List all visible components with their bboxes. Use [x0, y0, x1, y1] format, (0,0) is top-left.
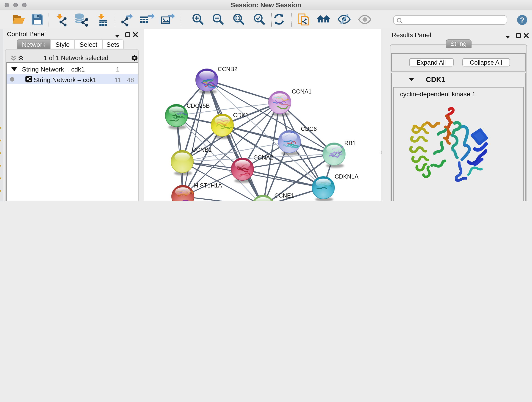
svg-text:?: ?: [520, 16, 525, 24]
svg-text:CDC25B: CDC25B: [187, 102, 210, 109]
svg-text:CDC6: CDC6: [301, 126, 317, 132]
svg-text:CDK1: CDK1: [233, 112, 249, 118]
svg-text:RB1: RB1: [344, 140, 356, 146]
svg-text:CCNE1: CCNE1: [274, 192, 294, 199]
svg-text:CCNB2: CCNB2: [218, 66, 238, 72]
svg-text:CCNB1: CCNB1: [192, 147, 212, 153]
svg-text:CCNA1: CCNA1: [292, 88, 312, 95]
svg-text:HIST1H1A: HIST1H1A: [194, 182, 222, 189]
svg-text:CDKN1A: CDKN1A: [335, 173, 359, 180]
svg-text:CCNA2: CCNA2: [253, 154, 273, 161]
